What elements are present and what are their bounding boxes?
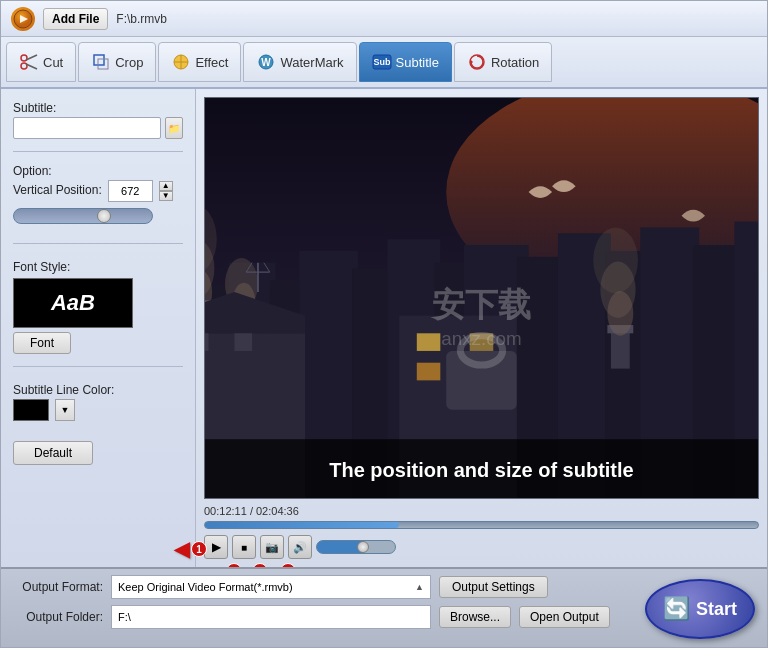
- progress-bar[interactable]: [204, 521, 759, 529]
- tab-crop[interactable]: Crop: [78, 42, 156, 82]
- toolbar: Cut Crop Effect: [1, 37, 767, 89]
- vertical-position-label: Vertical Position:: [13, 183, 102, 197]
- font-style-label: Font Style:: [13, 260, 183, 274]
- video-area: 安下载 anxz.com The position and size of su…: [196, 89, 767, 567]
- font-preview-box: AaB: [13, 278, 133, 328]
- volume-button[interactable]: 🔊: [288, 535, 312, 559]
- svg-text:The position and size of subti: The position and size of subtitle: [329, 459, 633, 481]
- spinner-buttons: ▲ ▼: [159, 181, 173, 201]
- main-window: Add File F:\b.rmvb Cut: [0, 0, 768, 648]
- output-folder-label: Output Folder:: [13, 610, 103, 624]
- svg-text:W: W: [262, 57, 272, 68]
- divider-2: [13, 243, 183, 244]
- time-total: 02:04:36: [256, 505, 299, 517]
- tab-subtitle[interactable]: Sub Subtitle: [359, 42, 452, 82]
- color-dropdown-button[interactable]: ▼: [55, 399, 75, 421]
- playback-row: 00:12:11 / 02:04:36 ▶ ■ 📷 🔊: [204, 505, 759, 559]
- add-file-button[interactable]: Add File: [43, 8, 108, 30]
- svg-point-45: [593, 227, 638, 293]
- title-bar: Add File F:\b.rmvb: [1, 1, 767, 37]
- progress-fill: [205, 522, 399, 528]
- vertical-position-slider[interactable]: [13, 208, 153, 224]
- svg-rect-47: [417, 333, 441, 351]
- rotation-icon: [467, 54, 487, 70]
- tab-cut[interactable]: Cut: [6, 42, 76, 82]
- subtitle-line-color-label: Subtitle Line Color:: [13, 383, 183, 397]
- stop-button[interactable]: ■: [232, 535, 256, 559]
- folder-icon: 📁: [168, 123, 180, 134]
- start-label: Start: [696, 599, 737, 620]
- time-display: 00:12:11 / 02:04:36: [204, 505, 299, 517]
- tab-subtitle-label: Subtitle: [396, 55, 439, 70]
- divider-1: [13, 151, 183, 152]
- divider-3: [13, 366, 183, 367]
- tab-rotation[interactable]: Rotation: [454, 42, 552, 82]
- time-current: 00:12:11: [204, 505, 247, 517]
- svg-rect-6: [94, 55, 104, 65]
- subtitle-label: Subtitle:: [13, 101, 183, 115]
- default-button[interactable]: Default: [13, 441, 93, 465]
- option-group: Option: Vertical Position: ▲ ▼: [13, 164, 183, 231]
- output-folder-row: Output Folder: Browse... Open Output: [13, 605, 755, 629]
- subtitle-field-group: Subtitle: 📁: [13, 101, 183, 139]
- svg-rect-57: [446, 351, 517, 410]
- color-box: [13, 399, 49, 421]
- controls-row: ▶ ■ 📷 🔊 ◀ 1: [204, 535, 759, 559]
- subtitle-input[interactable]: [13, 117, 161, 139]
- video-scene: 安下载 anxz.com The position and size of su…: [205, 98, 758, 498]
- svg-rect-7: [98, 59, 108, 69]
- start-button[interactable]: 🔄 Start: [645, 579, 755, 639]
- font-preview-text: AaB: [51, 290, 95, 316]
- tab-crop-label: Crop: [115, 55, 143, 70]
- spinner-up-button[interactable]: ▲: [159, 181, 173, 191]
- subtitle-color-group: Subtitle Line Color: ▼: [13, 383, 183, 421]
- spinner-down-button[interactable]: ▼: [159, 191, 173, 201]
- cut-icon: [19, 54, 39, 70]
- tab-cut-label: Cut: [43, 55, 63, 70]
- tab-watermark-label: WaterMark: [280, 55, 343, 70]
- tab-rotation-label: Rotation: [491, 55, 539, 70]
- option-label: Option:: [13, 164, 183, 178]
- left-panel: Subtitle: 📁 Option: Vertical Position: ▲: [1, 89, 196, 567]
- watermark-icon: W: [256, 54, 276, 70]
- play-button[interactable]: ▶: [204, 535, 228, 559]
- effect-icon: [171, 54, 191, 70]
- svg-rect-49: [417, 363, 441, 381]
- format-value: Keep Original Video Format(*.rmvb): [118, 581, 293, 593]
- app-icon: [11, 7, 35, 31]
- bottom-bar: Output Format: Keep Original Video Forma…: [1, 567, 767, 647]
- crop-icon: [91, 54, 111, 70]
- vertical-position-input[interactable]: [108, 180, 153, 202]
- tab-effect[interactable]: Effect: [158, 42, 241, 82]
- output-folder-input[interactable]: [111, 605, 431, 629]
- svg-text:安下载: 安下载: [430, 286, 531, 323]
- output-format-label: Output Format:: [13, 580, 103, 594]
- video-preview: 安下载 anxz.com The position and size of su…: [204, 97, 759, 499]
- browse-button[interactable]: Browse...: [439, 606, 511, 628]
- font-button[interactable]: Font: [13, 332, 71, 354]
- font-style-group: Font Style: AaB Font: [13, 260, 183, 354]
- output-settings-button[interactable]: Output Settings: [439, 576, 548, 598]
- snapshot-button[interactable]: 📷: [260, 535, 284, 559]
- format-dropdown-icon: ▲: [415, 582, 424, 592]
- open-output-button[interactable]: Open Output: [519, 606, 610, 628]
- subtitle-browse-button[interactable]: 📁: [165, 117, 183, 139]
- output-format-row: Output Format: Keep Original Video Forma…: [13, 575, 755, 599]
- format-select[interactable]: Keep Original Video Format(*.rmvb) ▲: [111, 575, 431, 599]
- subtitle-icon: Sub: [372, 54, 392, 70]
- volume-slider[interactable]: [316, 540, 396, 554]
- content-area: Subtitle: 📁 Option: Vertical Position: ▲: [1, 89, 767, 567]
- svg-text:Sub: Sub: [373, 57, 391, 67]
- tab-watermark[interactable]: W WaterMark: [243, 42, 356, 82]
- file-path: F:\b.rmvb: [116, 12, 167, 26]
- tab-effect-label: Effect: [195, 55, 228, 70]
- start-icon: 🔄: [663, 596, 690, 622]
